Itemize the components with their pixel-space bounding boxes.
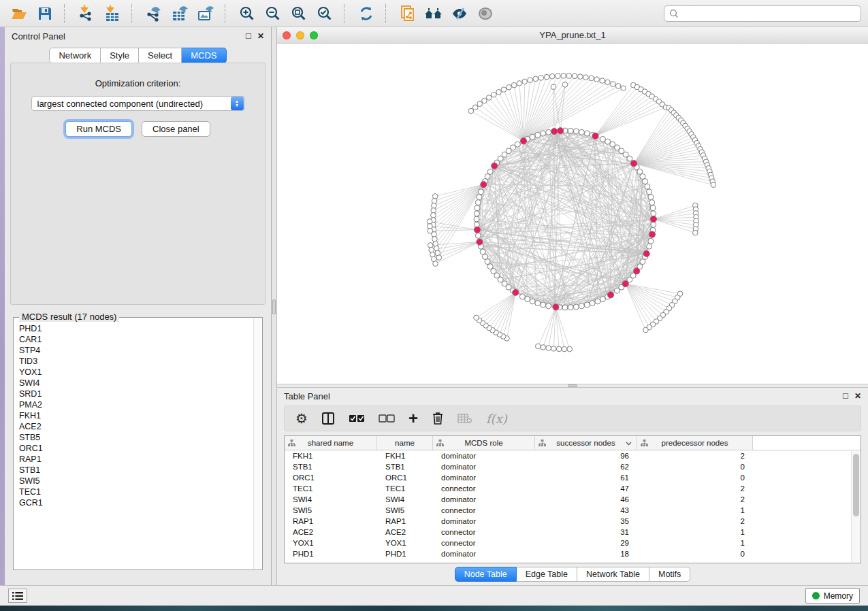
cell-MCDS-role: dominator: [433, 452, 535, 460]
zoom-out-icon[interactable]: [261, 3, 285, 24]
show-details-icon[interactable]: [473, 3, 498, 24]
mcds-result-list: PHD1CAR1STP4TID3YOX1SWI4SRD1PMA2FKH1ACE2…: [19, 323, 251, 567]
minimize-window-icon[interactable]: [296, 31, 304, 39]
cell-MCDS-role: dominator: [433, 463, 535, 471]
refresh-icon[interactable]: [354, 3, 379, 24]
add-column-icon[interactable]: +: [408, 410, 418, 427]
close-window-icon[interactable]: [283, 31, 291, 39]
search-input[interactable]: [682, 9, 856, 18]
splitter-handle[interactable]: [272, 299, 276, 314]
table-row[interactable]: PHD1PHD1dominator180: [285, 548, 861, 559]
tab-select[interactable]: Select: [139, 48, 182, 63]
network-document-icon[interactable]: [396, 3, 420, 24]
delete-column-icon[interactable]: [432, 410, 444, 427]
zoom-selected-icon[interactable]: [312, 3, 337, 24]
mcds-result-item[interactable]: STP4: [19, 345, 251, 356]
tab-network[interactable]: Network: [49, 48, 101, 63]
gear-icon[interactable]: ⚙: [295, 410, 308, 427]
zoom-fit-icon[interactable]: [287, 3, 311, 24]
mcds-result-item[interactable]: TID3: [19, 356, 251, 367]
cell-successor-nodes: 43: [535, 506, 637, 514]
column-header-shared-name[interactable]: shared name: [285, 436, 377, 450]
hierarchy-icon: [436, 440, 444, 447]
control-panel-title: Control Panel: [12, 31, 65, 42]
table-row[interactable]: ACE2ACE2connector311: [285, 527, 861, 538]
vertical-splitter[interactable]: [272, 27, 277, 585]
table-scrollbar[interactable]: [851, 451, 860, 562]
mcds-result-item[interactable]: TEC1: [19, 486, 251, 497]
maximize-window-icon[interactable]: [310, 31, 318, 39]
optimization-criterion-select[interactable]: largest connected component (undirected)…: [31, 96, 245, 111]
mcds-result-item[interactable]: SWI4: [19, 378, 251, 389]
float-panel-icon[interactable]: □: [843, 392, 848, 400]
mcds-result-item[interactable]: SRD1: [19, 389, 251, 399]
float-panel-icon[interactable]: □: [246, 32, 251, 40]
column-header-successor-nodes[interactable]: successor nodes: [535, 436, 637, 450]
deselect-checkboxes-icon[interactable]: [379, 410, 395, 427]
select-all-checkboxes-icon[interactable]: [349, 410, 365, 427]
sort-chevron-icon[interactable]: [626, 442, 632, 446]
table-row[interactable]: FKH1FKH1dominator962: [285, 450, 861, 461]
splitter-handle[interactable]: [568, 384, 577, 387]
result-list-scrollbar[interactable]: [253, 318, 261, 569]
desktop-wallpaper-bottom: [0, 606, 868, 611]
tab-node-table[interactable]: Node Table: [455, 567, 517, 582]
close-panel-button[interactable]: Close panel: [142, 121, 210, 137]
table-row[interactable]: RAP1RAP1dominator352: [285, 516, 861, 527]
table-panel-tabs: Node TableEdge TableNetwork TableMotifs: [277, 563, 868, 585]
mcds-result-item[interactable]: STB1: [19, 465, 251, 476]
table-panel-title: Table Panel: [284, 391, 330, 401]
cell-name: ORC1: [377, 474, 433, 482]
table-row[interactable]: SWI4SWI4dominator462: [285, 494, 861, 505]
home-icon[interactable]: [421, 3, 446, 24]
tab-motifs[interactable]: Motifs: [649, 567, 690, 582]
close-panel-icon[interactable]: ✕: [854, 392, 861, 400]
mcds-result-item[interactable]: ACE2: [19, 421, 251, 432]
save-session-icon[interactable]: [33, 3, 57, 24]
mcds-result-item[interactable]: CAR1: [19, 334, 251, 345]
optimization-criterion-value: largest connected component (undirected): [37, 99, 204, 109]
toolbar-separator: [385, 4, 391, 23]
table-row[interactable]: STB1STB1dominator620: [285, 461, 861, 472]
tab-mcds[interactable]: MCDS: [182, 48, 226, 63]
memory-button[interactable]: Memory: [805, 588, 860, 604]
task-history-button[interactable]: [8, 589, 27, 603]
mcds-result-item[interactable]: PHD1: [19, 323, 251, 334]
mcds-result-item[interactable]: RAP1: [19, 454, 251, 465]
zoom-in-icon[interactable]: [235, 3, 259, 24]
run-mcds-button[interactable]: Run MCDS: [65, 121, 132, 137]
mcds-result-item[interactable]: STB5: [19, 432, 251, 443]
open-session-icon[interactable]: [7, 3, 31, 24]
network-canvas[interactable]: [277, 44, 868, 384]
column-header-predecessor-nodes[interactable]: predecessor nodes: [637, 436, 753, 450]
export-table-icon[interactable]: [167, 3, 192, 24]
close-panel-icon[interactable]: ✕: [257, 32, 264, 40]
column-layout-icon[interactable]: [321, 410, 335, 427]
network-graph[interactable]: [277, 44, 863, 384]
cell-predecessor-nodes: 2: [637, 517, 753, 525]
column-header-MCDS-role[interactable]: MCDS role: [433, 436, 535, 450]
table-row[interactable]: YOX1YOX1connector291: [285, 538, 861, 548]
mcds-result-item[interactable]: YOX1: [19, 367, 251, 378]
table-row[interactable]: TEC1TEC1connector472: [285, 483, 861, 494]
table-row[interactable]: ORC1ORC1dominator610: [285, 472, 861, 483]
tab-network-table[interactable]: Network Table: [577, 567, 649, 582]
mcds-result-item[interactable]: ORC1: [19, 443, 251, 454]
mcds-result-item[interactable]: GCR1: [19, 497, 251, 508]
scrollbar-thumb[interactable]: [853, 454, 859, 516]
column-header-name[interactable]: name: [377, 436, 433, 450]
export-network-icon[interactable]: [142, 3, 166, 24]
hide-details-icon[interactable]: [447, 3, 472, 24]
table-panel: Table Panel □ ✕ ⚙: [277, 388, 868, 585]
table-row[interactable]: SWI5SWI5connector431: [285, 505, 861, 516]
import-table-icon[interactable]: [100, 3, 125, 24]
mcds-result-item[interactable]: PMA2: [19, 399, 251, 410]
cell-predecessor-nodes: 2: [637, 495, 753, 503]
mcds-result-item[interactable]: SWI5: [19, 476, 251, 486]
export-image-icon[interactable]: [193, 3, 218, 24]
tab-style[interactable]: Style: [101, 48, 139, 63]
cell-shared-name: RAP1: [285, 517, 377, 525]
mcds-result-item[interactable]: FKH1: [19, 410, 251, 421]
import-network-icon[interactable]: [74, 3, 99, 24]
tab-edge-table[interactable]: Edge Table: [517, 567, 577, 582]
